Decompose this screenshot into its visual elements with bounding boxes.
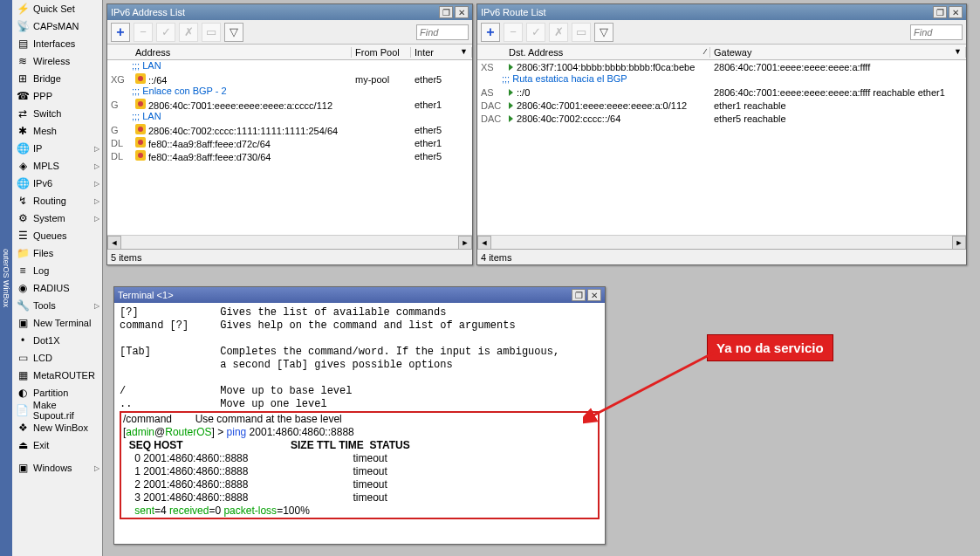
menu-icon: ▦ bbox=[16, 368, 30, 382]
col-gateway[interactable]: Gateway▼ bbox=[710, 47, 966, 58]
comment-button[interactable]: ▭ bbox=[572, 23, 591, 42]
address-cell: 2806:40c:7001:eeee:eeee:eeee:a:cccc/112 bbox=[132, 99, 352, 111]
menu-label: New Terminal bbox=[33, 318, 91, 328]
flag-cell: G bbox=[107, 100, 132, 110]
menu-label: MPLS bbox=[33, 161, 59, 171]
remove-button[interactable]: − bbox=[504, 23, 523, 42]
address-row[interactable]: G2806:40c:7002:cccc:1111:1111:1111:254/6… bbox=[107, 123, 472, 136]
flag-cell: DAC bbox=[477, 100, 505, 111]
status-bar: 5 items bbox=[107, 249, 472, 264]
address-cell: fe80::4aa9:8aff:feee:d730/64 bbox=[132, 150, 352, 162]
sidebar-item-ppp[interactable]: ☎PPP bbox=[12, 87, 103, 105]
route-row[interactable]: DAC2806:40c:7001:eeee:eeee:eeee:a:0/112e… bbox=[477, 99, 966, 112]
restore-button[interactable]: ❐ bbox=[933, 6, 947, 18]
address-row[interactable]: DLfe80::4aa9:8aff:feee:d730/64ether5 bbox=[107, 149, 472, 162]
sidebar-item-bridge[interactable]: ⊞Bridge bbox=[12, 70, 103, 87]
route-table-body[interactable]: XS2806:3f7:1004:bbbb:bbbb:bbbb:f0ca:bebe… bbox=[477, 60, 966, 235]
filter-button[interactable]: ▽ bbox=[224, 23, 243, 42]
submenu-arrow-icon: ▷ bbox=[94, 145, 99, 153]
col-address[interactable]: Address bbox=[132, 47, 352, 58]
sidebar-item-ipv6[interactable]: 🌐IPv6▷ bbox=[12, 175, 103, 192]
find-input[interactable] bbox=[910, 24, 963, 40]
route-row[interactable]: AS::/02806:40c:7001:eeee:eeee:eeee:a:fff… bbox=[477, 86, 966, 99]
sidebar-item-system[interactable]: ⚙System▷ bbox=[12, 209, 103, 227]
sidebar-item-interfaces[interactable]: ▤Interfaces bbox=[12, 35, 103, 52]
terminal-output[interactable]: [?] Gives the list of available commands… bbox=[114, 303, 605, 544]
titlebar[interactable]: IPv6 Route List ❐ ✕ bbox=[477, 4, 966, 20]
menu-icon: ⚙ bbox=[16, 211, 30, 225]
sidebar-item-radius[interactable]: ◉RADIUS bbox=[12, 279, 103, 297]
menu-label: New WinBox bbox=[33, 422, 88, 433]
close-button[interactable]: ✕ bbox=[455, 6, 469, 18]
close-button[interactable]: ✕ bbox=[949, 6, 963, 18]
sidebar-item-mpls[interactable]: ◈MPLS▷ bbox=[12, 157, 103, 175]
sidebar-item-exit[interactable]: ⏏Exit bbox=[12, 436, 103, 454]
hscrollbar[interactable]: ◄► bbox=[477, 235, 966, 249]
sidebar-item-capsman[interactable]: 📡CAPsMAN bbox=[12, 17, 103, 35]
address-icon bbox=[135, 137, 146, 148]
menu-list: ⚡Quick Set📡CAPsMAN▤Interfaces≋Wireless⊞B… bbox=[12, 0, 103, 477]
sidebar-item-make-supout.rif[interactable]: 📄Make Supout.rif bbox=[12, 402, 103, 419]
sidebar-item-files[interactable]: 📁Files bbox=[12, 244, 103, 262]
col-dst-address[interactable]: Dst. Address∕ bbox=[505, 47, 710, 58]
sidebar-item-windows[interactable]: ▣Windows▷ bbox=[12, 459, 103, 477]
submenu-arrow-icon: ▷ bbox=[94, 197, 99, 205]
find-input[interactable] bbox=[416, 24, 469, 40]
sidebar-item-new-winbox[interactable]: ❖New WinBox bbox=[12, 419, 103, 436]
address-row[interactable]: XG::/64my-poolether5 bbox=[107, 72, 472, 86]
sidebar-item-new-terminal[interactable]: ▣New Terminal bbox=[12, 314, 103, 332]
sidebar-item-mesh[interactable]: ✱Mesh bbox=[12, 122, 103, 140]
sidebar-item-metarouter[interactable]: ▦MetaROUTER bbox=[12, 367, 103, 384]
sidebar-item-routing[interactable]: ↯Routing▷ bbox=[12, 192, 103, 209]
restore-button[interactable]: ❐ bbox=[439, 6, 453, 18]
enable-button[interactable]: ✓ bbox=[526, 23, 545, 42]
add-button[interactable]: + bbox=[481, 23, 500, 42]
toolbar: + − ✓ ✗ ▭ ▽ bbox=[107, 20, 472, 45]
flag-cell: XS bbox=[477, 62, 505, 72]
menu-label: Exit bbox=[33, 440, 49, 450]
address-row[interactable]: DLfe80::4aa9:8aff:feee:d72c/64ether1 bbox=[107, 136, 472, 149]
comment-button[interactable]: ▭ bbox=[202, 23, 221, 42]
route-row[interactable]: DAC2806:40c:7002:cccc::/64ether5 reachab… bbox=[477, 112, 966, 125]
sidebar-item-switch[interactable]: ⇄Switch bbox=[12, 105, 103, 122]
menu-icon: ⏏ bbox=[16, 438, 30, 452]
sidebar-item-ip[interactable]: 🌐IP▷ bbox=[12, 140, 103, 157]
sidebar-item-tools[interactable]: 🔧Tools▷ bbox=[12, 297, 103, 314]
sidebar-item-dot1x[interactable]: •Dot1X bbox=[12, 332, 103, 349]
col-interface[interactable]: Inter▼ bbox=[411, 47, 472, 58]
disable-button[interactable]: ✗ bbox=[549, 23, 568, 42]
col-from-pool[interactable]: From Pool bbox=[352, 47, 411, 58]
menu-icon: ⇄ bbox=[16, 106, 30, 120]
menu-label: IPv6 bbox=[33, 178, 52, 189]
filter-button[interactable]: ▽ bbox=[594, 23, 613, 42]
table-header: Address From Pool Inter▼ bbox=[107, 45, 472, 60]
remove-button[interactable]: − bbox=[134, 23, 153, 42]
address-row[interactable]: G2806:40c:7001:eeee:eeee:eeee:a:cccc/112… bbox=[107, 98, 472, 111]
sidebar-item-quick-set[interactable]: ⚡Quick Set bbox=[12, 0, 103, 17]
address-table-body[interactable]: ;;; LANXG::/64my-poolether5;;; Enlace co… bbox=[107, 60, 472, 235]
restore-button[interactable]: ❐ bbox=[572, 289, 586, 301]
titlebar[interactable]: IPv6 Address List ❐ ✕ bbox=[107, 4, 472, 20]
enable-button[interactable]: ✓ bbox=[156, 23, 175, 42]
interface-cell: ether5 bbox=[411, 151, 472, 161]
sidebar-item-partition[interactable]: ◐Partition bbox=[12, 384, 103, 402]
route-row[interactable]: XS2806:3f7:1004:bbbb:bbbb:bbbb:f0ca:bebe… bbox=[477, 60, 966, 73]
menu-label: Log bbox=[33, 265, 49, 276]
close-button[interactable]: ✕ bbox=[587, 289, 601, 301]
menu-icon: ☰ bbox=[16, 229, 30, 243]
disable-button[interactable]: ✗ bbox=[179, 23, 198, 42]
sidebar-item-queues[interactable]: ☰Queues bbox=[12, 227, 103, 244]
menu-icon: ◐ bbox=[16, 386, 30, 400]
titlebar[interactable]: Terminal <1> ❐ ✕ bbox=[114, 287, 605, 303]
menu-icon: 🌐 bbox=[16, 176, 30, 190]
flag-cell: G bbox=[107, 125, 132, 135]
sidebar-item-log[interactable]: ≡Log bbox=[12, 262, 103, 279]
add-button[interactable]: + bbox=[111, 23, 130, 42]
menu-label: Queues bbox=[33, 230, 67, 241]
flag-cell: XG bbox=[107, 74, 132, 85]
sidebar-item-wireless[interactable]: ≋Wireless bbox=[12, 52, 103, 70]
menu-label: Make Supout.rif bbox=[33, 400, 99, 421]
address-icon bbox=[135, 124, 146, 134]
sidebar-item-lcd[interactable]: ▭LCD bbox=[12, 349, 103, 367]
hscrollbar[interactable]: ◄► bbox=[107, 235, 472, 249]
